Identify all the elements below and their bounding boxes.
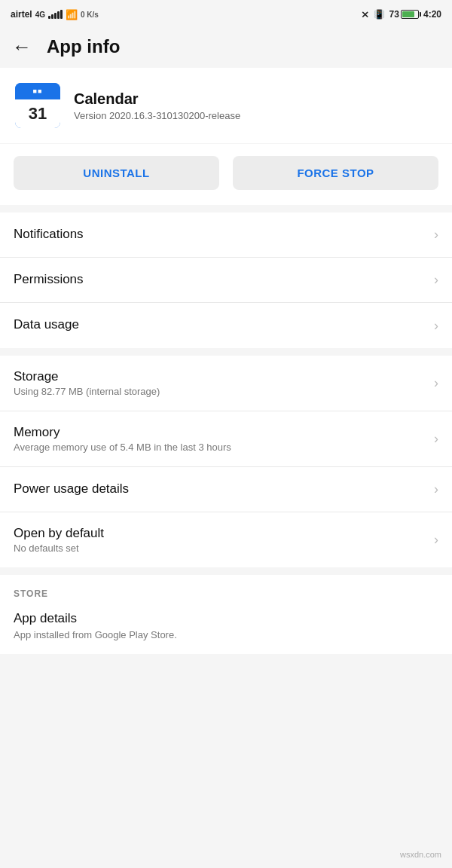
store-section: STORE App details App installed from Goo… (0, 575, 452, 654)
carrier-label: airtel (11, 9, 32, 20)
memory-item[interactable]: Memory Average memory use of 5.4 MB in t… (0, 411, 452, 467)
calendar-icon-top: ■■ (15, 83, 60, 99)
calendar-date: 31 (29, 104, 47, 124)
permissions-item[interactable]: Permissions › (0, 258, 452, 303)
storage-item[interactable]: Storage Using 82.77 MB (internal storage… (0, 356, 452, 411)
app-details-item[interactable]: App details App installed from Google Pl… (0, 604, 452, 654)
app-version: Version 2020.16.3-310130200-release (74, 110, 437, 121)
wifi-icon: 📶 (66, 9, 78, 20)
notifications-title: Notifications (14, 227, 428, 242)
vibrate-icon: 📳 (374, 9, 385, 20)
permissions-title: Permissions (14, 272, 428, 287)
detail-section: Storage Using 82.77 MB (internal storage… (0, 356, 452, 567)
force-stop-button[interactable]: FORCE STOP (233, 156, 438, 190)
open-by-default-item[interactable]: Open by default No defaults set › (0, 512, 452, 567)
time-display: 4:20 (423, 9, 441, 20)
storage-subtitle: Using 82.77 MB (internal storage) (14, 386, 428, 397)
app-icon: ■■ 31 (15, 83, 60, 128)
storage-title: Storage (14, 369, 428, 384)
battery-fill (402, 11, 414, 17)
status-right: ⨯ 📳 73 4:20 (361, 9, 441, 20)
header: ← App info (0, 27, 452, 66)
app-details-subtitle: App installed from Google Play Store. (14, 629, 438, 640)
data-speed: 0 K/s (81, 11, 99, 19)
permissions-chevron: › (434, 272, 438, 288)
status-left: airtel 4G 📶 0 K/s (11, 9, 99, 20)
section-divider-3 (0, 567, 452, 575)
memory-subtitle: Average memory use of 5.4 MB in the last… (14, 442, 428, 453)
app-name: Calendar (74, 90, 437, 108)
signal-icon (48, 10, 63, 19)
open-by-default-chevron: › (434, 532, 438, 548)
bluetooth-icon: ⨯ (361, 9, 369, 20)
calendar-icon-body: 31 (15, 99, 60, 128)
main-menu-section: Notifications › Permissions › Data usage… (0, 212, 452, 348)
watermark: wsxdn.com (400, 850, 441, 859)
memory-title: Memory (14, 425, 428, 440)
battery-level-text: 73 (389, 9, 399, 20)
section-divider-1 (0, 205, 452, 212)
status-bar: airtel 4G 📶 0 K/s ⨯ 📳 73 4:20 (0, 0, 452, 27)
data-usage-chevron: › (434, 318, 438, 334)
power-usage-chevron: › (434, 481, 438, 497)
section-divider-2 (0, 348, 452, 356)
open-by-default-subtitle: No defaults set (14, 542, 428, 554)
app-card: ■■ 31 Calendar Version 2020.16.3-3101302… (0, 68, 452, 143)
action-buttons: UNINSTALL FORCE STOP (0, 144, 452, 205)
storage-chevron: › (434, 375, 438, 391)
memory-chevron: › (434, 431, 438, 447)
app-meta: Calendar Version 2020.16.3-310130200-rel… (74, 90, 437, 121)
data-usage-item[interactable]: Data usage › (0, 303, 452, 348)
back-button[interactable]: ← (12, 37, 32, 57)
notifications-chevron: › (434, 227, 438, 243)
uninstall-button[interactable]: UNINSTALL (14, 156, 219, 190)
app-details-title: App details (14, 611, 438, 626)
network-type: 4G (35, 11, 45, 19)
store-label: STORE (0, 575, 452, 604)
page-title: App info (47, 36, 120, 57)
battery-box (401, 10, 419, 19)
data-usage-title: Data usage (14, 317, 428, 332)
battery-indicator: 73 (389, 9, 419, 20)
power-usage-title: Power usage details (14, 481, 428, 497)
power-usage-item[interactable]: Power usage details › (0, 467, 452, 512)
open-by-default-title: Open by default (14, 526, 428, 541)
notifications-item[interactable]: Notifications › (0, 212, 452, 258)
